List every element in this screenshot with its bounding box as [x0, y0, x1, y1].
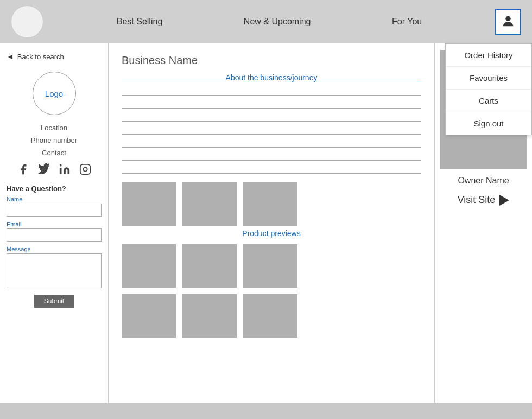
svg-rect-2 — [80, 164, 90, 174]
email-label: Email — [7, 221, 102, 227]
product-grid-row1 — [122, 182, 421, 226]
back-arrow-icon: ◄ — [7, 52, 14, 61]
submit-button[interactable]: Submit — [34, 295, 74, 308]
text-line-1 — [122, 86, 421, 96]
message-label: Message — [7, 246, 102, 252]
product-thumb-2[interactable] — [182, 182, 237, 226]
product-thumb-9[interactable] — [243, 294, 297, 338]
user-dropdown-menu: Order History Favourites Carts Sign out — [445, 43, 532, 135]
twitter-icon[interactable] — [38, 163, 50, 178]
logo-label: Logo — [45, 89, 63, 98]
text-line-5 — [122, 138, 421, 148]
product-thumb-8[interactable] — [182, 294, 237, 338]
main-nav: Best Selling New & Upcoming For You — [43, 17, 495, 27]
product-grid-row2 — [122, 244, 421, 288]
email-input[interactable] — [7, 228, 102, 242]
message-input[interactable] — [7, 253, 102, 288]
name-label: Name — [7, 196, 102, 202]
dropdown-order-history[interactable]: Order History — [446, 44, 531, 67]
product-thumb-6[interactable] — [243, 244, 297, 288]
product-thumb-7[interactable] — [122, 294, 176, 338]
business-name: Business Name — [122, 54, 421, 67]
sidebar-contact: Contact — [7, 149, 102, 157]
dropdown-sign-out[interactable]: Sign out — [446, 112, 531, 135]
product-thumb-5[interactable] — [182, 244, 237, 288]
product-thumb-4[interactable] — [122, 244, 176, 288]
bottom-bar — [0, 403, 532, 419]
text-line-2 — [122, 99, 421, 109]
dropdown-favourites[interactable]: Favourites — [446, 67, 531, 90]
header: Best Selling New & Upcoming For You Orde… — [0, 0, 532, 43]
text-line-4 — [122, 125, 421, 135]
sidebar-phone: Phone number — [7, 136, 102, 144]
visit-site-label: Visit Site — [458, 194, 496, 206]
linkedin-icon[interactable] — [59, 163, 71, 178]
header-logo — [11, 5, 43, 38]
user-icon — [501, 14, 516, 30]
back-to-search-label: Back to search — [17, 53, 64, 61]
back-to-search[interactable]: ◄ Back to search — [7, 52, 102, 61]
description-lines — [122, 86, 421, 174]
text-line-7 — [122, 164, 421, 174]
user-account-button[interactable] — [495, 9, 521, 35]
dropdown-carts[interactable]: Carts — [446, 90, 531, 112]
business-logo: Logo — [33, 72, 76, 115]
instagram-icon[interactable] — [79, 163, 91, 178]
text-line-6 — [122, 151, 421, 161]
product-previews-label: Product previews — [122, 229, 421, 238]
sidebar: ◄ Back to search Logo Location Phone num… — [0, 43, 109, 403]
business-content: Business Name About the business/journey… — [109, 43, 434, 403]
facebook-icon[interactable] — [17, 163, 29, 178]
owner-name: Owner Name — [458, 176, 509, 186]
play-icon — [499, 195, 509, 206]
social-icons — [7, 163, 102, 178]
nav-best-selling[interactable]: Best Selling — [117, 17, 163, 27]
nav-for-you[interactable]: For You — [392, 17, 422, 27]
product-thumb-1[interactable] — [122, 182, 176, 226]
product-thumb-3[interactable] — [243, 182, 297, 226]
sidebar-location: Location — [7, 124, 102, 132]
svg-point-0 — [505, 16, 510, 21]
about-link[interactable]: About the business/journey — [122, 73, 421, 82]
have-a-question-label: Have a Question? — [7, 185, 102, 193]
product-grid-row3 — [122, 294, 421, 338]
svg-point-1 — [59, 164, 61, 167]
nav-new-upcoming[interactable]: New & Upcoming — [244, 17, 311, 27]
name-input[interactable] — [7, 204, 102, 217]
text-line-3 — [122, 112, 421, 122]
visit-site-button[interactable]: Visit Site — [458, 194, 510, 206]
